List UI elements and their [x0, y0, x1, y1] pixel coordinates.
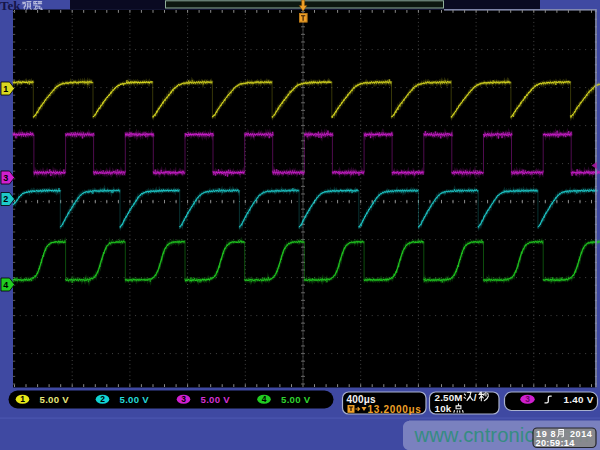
svg-text:3: 3	[3, 173, 8, 183]
svg-text:3: 3	[181, 394, 186, 404]
svg-text:1: 1	[20, 394, 25, 404]
svg-text:2: 2	[3, 194, 8, 204]
svg-text:2: 2	[100, 394, 105, 404]
svg-text:1.40 V: 1.40 V	[564, 394, 594, 405]
svg-text:4: 4	[3, 280, 8, 290]
svg-text:Tek: Tek	[0, 0, 21, 13]
svg-text:/: /	[474, 392, 477, 403]
svg-text:5.00 V: 5.00 V	[281, 394, 311, 405]
svg-text:5.00 V: 5.00 V	[201, 394, 231, 405]
svg-text:20:59:14: 20:59:14	[536, 438, 576, 448]
svg-text:13.2000μs: 13.2000μs	[368, 404, 422, 415]
svg-text:4: 4	[262, 394, 267, 404]
svg-text:2.50M: 2.50M	[435, 392, 463, 403]
svg-text:10k: 10k	[435, 403, 452, 414]
svg-text:5.00 V: 5.00 V	[120, 394, 150, 405]
svg-text:5.00 V: 5.00 V	[40, 394, 70, 405]
svg-text:1: 1	[3, 84, 8, 94]
svg-text:3: 3	[525, 394, 530, 404]
